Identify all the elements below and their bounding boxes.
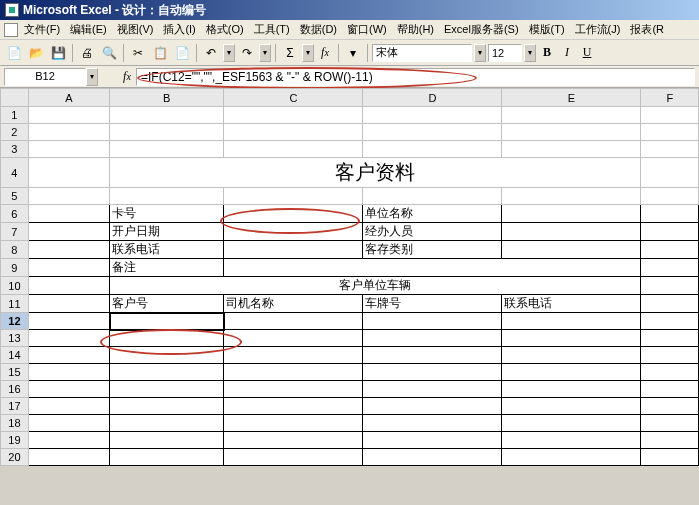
row-header[interactable]: 14	[1, 347, 29, 364]
subtitle-vehicles[interactable]: 客户单位车辆	[110, 277, 641, 295]
row-header[interactable]: 7	[1, 223, 29, 241]
menu-excelserver[interactable]: Excel服务器(S)	[440, 21, 523, 38]
underline-button[interactable]: U	[578, 43, 596, 63]
active-cell-B12[interactable]	[110, 313, 224, 330]
row-header[interactable]: 1	[1, 107, 29, 124]
menu-file[interactable]: 文件(F)	[20, 21, 64, 38]
col-header-E[interactable]: E	[502, 89, 641, 107]
menu-view[interactable]: 视图(V)	[113, 21, 158, 38]
row-header[interactable]: 5	[1, 188, 29, 205]
row-header[interactable]: 6	[1, 205, 29, 223]
spreadsheet-grid: A B C D E F 1 2 3 4客户资料 5 6卡号单位名称 7开户日期经…	[0, 88, 699, 466]
italic-button[interactable]: I	[558, 43, 576, 63]
menu-insert[interactable]: 插入(I)	[159, 21, 199, 38]
label-remark[interactable]: 备注	[110, 259, 224, 277]
menu-template[interactable]: 模版(T)	[525, 21, 569, 38]
menu-help[interactable]: 帮助(H)	[393, 21, 438, 38]
bold-button[interactable]: B	[538, 43, 556, 63]
col-driver-name[interactable]: 司机名称	[224, 295, 363, 313]
formula-input[interactable]: =IF(C12="","",_ESF1563 & "-" & ROW()-11)	[136, 68, 695, 86]
preview-button[interactable]: 🔍	[99, 43, 119, 63]
col-header-A[interactable]: A	[28, 89, 109, 107]
worksheet[interactable]: A B C D E F 1 2 3 4客户资料 5 6卡号单位名称 7开户日期经…	[0, 88, 699, 466]
row-header[interactable]: 18	[1, 415, 29, 432]
sum-button[interactable]: Σ	[280, 43, 300, 63]
window-title: Microsoft Excel - 设计：自动编号	[23, 2, 206, 19]
menu-tools[interactable]: 工具(T)	[250, 21, 294, 38]
separator	[72, 44, 73, 62]
row-header[interactable]: 16	[1, 381, 29, 398]
separator	[275, 44, 276, 62]
redo-button[interactable]: ↷	[237, 43, 257, 63]
separator	[367, 44, 368, 62]
row-header[interactable]: 13	[1, 330, 29, 347]
menu-window[interactable]: 窗口(W)	[343, 21, 391, 38]
col-header-D[interactable]: D	[363, 89, 502, 107]
paste-button[interactable]: 📄	[172, 43, 192, 63]
label-phone[interactable]: 联系电话	[110, 241, 224, 259]
menu-data[interactable]: 数据(D)	[296, 21, 341, 38]
formula-text: =IF(C12="","",_ESF1563 & "-" & ROW()-11)	[141, 70, 373, 84]
cell[interactable]	[28, 107, 109, 124]
excel-doc-icon	[4, 23, 18, 37]
undo-button[interactable]: ↶	[201, 43, 221, 63]
excel-app-icon	[5, 3, 19, 17]
new-button[interactable]: 📄	[4, 43, 24, 63]
row-header[interactable]: 17	[1, 398, 29, 415]
label-card-number[interactable]: 卡号	[110, 205, 224, 223]
menu-format[interactable]: 格式(O)	[202, 21, 248, 38]
row-header[interactable]: 3	[1, 141, 29, 158]
row-header[interactable]: 11	[1, 295, 29, 313]
redo-dropdown[interactable]: ▾	[259, 44, 271, 62]
col-header-C[interactable]: C	[224, 89, 363, 107]
label-open-date[interactable]: 开户日期	[110, 223, 224, 241]
fx-button[interactable]: fx	[316, 44, 334, 62]
save-button[interactable]: 💾	[48, 43, 68, 63]
fontsize-selector[interactable]: 12	[488, 44, 522, 62]
undo-dropdown[interactable]: ▾	[223, 44, 235, 62]
print-button[interactable]: 🖨	[77, 43, 97, 63]
fx-icon[interactable]: fx	[118, 68, 136, 86]
cut-button[interactable]: ✂	[128, 43, 148, 63]
col-header-B[interactable]: B	[110, 89, 224, 107]
separator	[123, 44, 124, 62]
select-all-corner[interactable]	[1, 89, 29, 107]
col-phone[interactable]: 联系电话	[502, 295, 641, 313]
sum-dropdown[interactable]: ▾	[302, 44, 314, 62]
label-unit-name[interactable]: 单位名称	[363, 205, 502, 223]
zoom-dropdown[interactable]: ▾	[343, 43, 363, 63]
separator	[338, 44, 339, 62]
label-operator[interactable]: 经办人员	[363, 223, 502, 241]
row-header[interactable]: 9	[1, 259, 29, 277]
menu-edit[interactable]: 编辑(E)	[66, 21, 111, 38]
titlebar: Microsoft Excel - 设计：自动编号	[0, 0, 699, 20]
row-header[interactable]: 8	[1, 241, 29, 259]
copy-button[interactable]: 📋	[150, 43, 170, 63]
font-selector[interactable]: 宋体	[372, 44, 472, 62]
label-category[interactable]: 客存类别	[363, 241, 502, 259]
col-header-F[interactable]: F	[641, 89, 699, 107]
row-header[interactable]: 4	[1, 158, 29, 188]
font-dropdown[interactable]: ▾	[474, 44, 486, 62]
row-header[interactable]: 2	[1, 124, 29, 141]
formula-bar: B12 ▾ fx =IF(C12="","",_ESF1563 & "-" & …	[0, 66, 699, 88]
document-title[interactable]: 客户资料	[110, 158, 641, 188]
open-button[interactable]: 📂	[26, 43, 46, 63]
namebox-dropdown[interactable]: ▾	[86, 68, 98, 86]
fontsize-dropdown[interactable]: ▾	[524, 44, 536, 62]
row-header[interactable]: 20	[1, 449, 29, 466]
row-header[interactable]: 15	[1, 364, 29, 381]
toolbar: 📄 📂 💾 🖨 🔍 ✂ 📋 📄 ↶ ▾ ↷ ▾ Σ ▾ fx ▾ 宋体 ▾ 12…	[0, 40, 699, 66]
menu-workflow[interactable]: 工作流(J)	[571, 21, 625, 38]
col-plate[interactable]: 车牌号	[363, 295, 502, 313]
row-header-active[interactable]: 12	[1, 313, 29, 330]
row-header[interactable]: 19	[1, 432, 29, 449]
col-customer-id[interactable]: 客户号	[110, 295, 224, 313]
menu-report[interactable]: 报表(R	[626, 21, 668, 38]
row-header[interactable]: 10	[1, 277, 29, 295]
name-box[interactable]: B12	[4, 68, 86, 86]
separator	[196, 44, 197, 62]
menubar: 文件(F) 编辑(E) 视图(V) 插入(I) 格式(O) 工具(T) 数据(D…	[0, 20, 699, 40]
